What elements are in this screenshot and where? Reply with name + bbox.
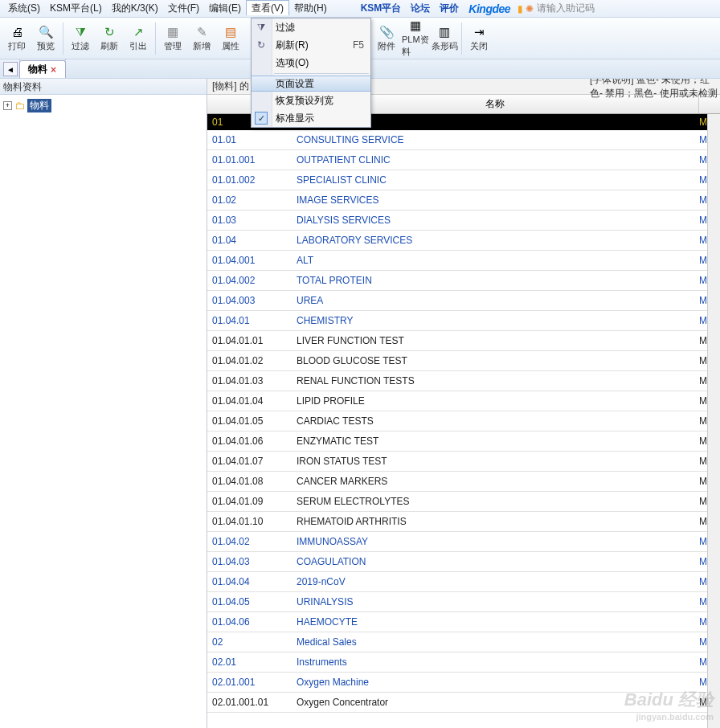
table-row[interactable]: 01.04.01.03RENAL FUNCTION TESTSMec [207,371,720,391]
table-row[interactable]: 02.01InstrumentsMec [207,652,720,673]
attachment-button[interactable]: 📎附件 [373,20,400,57]
table-row[interactable]: 01.04.01.10RHEMATOID ARTHRITISMec [207,512,720,532]
filter-button[interactable]: ⧩过滤 [67,20,94,57]
properties-button[interactable]: ▤属性 [217,20,244,57]
preview-button-icon: 🔍 [39,25,53,39]
manage-button[interactable]: ▦管理 [159,20,186,57]
tree-root[interactable]: + 🗀 物料 [3,98,203,112]
vertical-scrollbar[interactable] [707,114,720,728]
sidebar-title: 物料资料 [0,79,207,95]
table-row[interactable]: 01.01CONSULTING SERVICEMec [207,130,720,150]
link-review[interactable]: 评价 [435,2,464,15]
main-grid: [物料] 的 [字体说明] 蓝色- 未使用；红色- 禁用；黑色- 使用或未检测 … [207,79,720,728]
table-row[interactable]: 01.04.001ALTMec [207,251,720,271]
menu-item-2[interactable]: 选项(O) [252,54,370,72]
star-icon: ✺ [526,3,534,14]
add-button[interactable]: ✎新增 [188,20,215,57]
table-row[interactable]: 01.04.01.08CANCER MARKERSMec [207,472,720,492]
search-placeholder[interactable]: 请输入助记码 [534,2,598,15]
table-row[interactable]: 01.04.01.05CARDIAC TESTSMec [207,411,720,431]
table-row[interactable]: 01.04.03COAGULATIONMec [207,552,720,572]
view-menu-dropdown: ⧩过滤↻刷新(R)F5选项(O)页面设置恢复预设列宽✓标准显示 [251,18,371,128]
table-row[interactable]: 01.02IMAGE SERVICESMec [207,190,720,211]
menubar: 系统(S)KSM平台(L)我的K/3(K)文件(F)编辑(E)查看(V)帮助(H… [0,0,720,18]
close-button[interactable]: ⇥关闭 [465,20,493,57]
export-button[interactable]: ↗引出 [125,20,152,57]
table-row[interactable]: 01.04.01.04LIPID PROFILEMec [207,391,720,411]
preview-button[interactable]: 🔍预览 [32,20,59,57]
sidebar: 物料资料 + 🗀 物料 [0,79,207,728]
properties-button-icon: ▤ [223,25,238,39]
kingdee-logo: Kingdee [464,2,515,15]
menu-2[interactable]: 我的K/3(K) [107,1,163,15]
close-button-icon: ⇥ [472,25,486,39]
table-row[interactable]: 01.04.01CHEMISTRYMec [207,311,720,331]
menu-item-4[interactable]: 页面设置 [252,76,370,92]
menu-item-0[interactable]: ⧩过滤 [252,18,370,36]
menu-0[interactable]: 系统(S) [3,1,45,15]
table-row[interactable]: 02.01.001.01Oxygen ConcentratorMec [207,693,720,713]
table-row[interactable]: 01.04.01.09SERUM ELECTROLYTESMec [207,492,720,512]
tab-1[interactable]: 物料× [19,60,66,78]
menu-3[interactable]: 文件(F) [163,1,204,15]
export-button-icon: ↗ [131,25,145,39]
table-row[interactable]: 01.04.01.01LIVER FUNCTION TESTMec [207,331,720,351]
menu-item-icon: ↻ [255,39,268,51]
table-row[interactable]: 01.04.042019-nCoVMec [207,572,720,592]
table-row[interactable]: 01.04.06HAEMOCYTEMec [207,612,720,632]
table-row[interactable]: 01.04.05URINALYSISMec [207,592,720,612]
phone-icon: ▮ [515,3,526,14]
table-row[interactable]: 01.04.01.02BLOOD GLUCOSE TESTMec [207,351,720,371]
tab-nav-prev[interactable]: ◄ [3,62,18,76]
menu-5[interactable]: 查看(V) [246,0,289,15]
table-row[interactable]: 01.04.02IMMUNOASSAYMec [207,532,720,552]
table-row[interactable]: 02.01.001Oxygen MachineMec [207,673,720,693]
folder-icon: 🗀 [14,100,25,112]
table-row[interactable]: 01.04.01.07IRON STATUS TESTMec [207,452,720,472]
add-button-icon: ✎ [194,25,209,39]
menu-item-1[interactable]: ↻刷新(R)F5 [252,36,370,54]
menu-item-5[interactable]: 恢复预设列宽 [252,92,370,109]
expand-icon[interactable]: + [3,101,12,110]
refresh-button[interactable]: ↻刷新 [96,20,123,57]
menu-item-6[interactable]: ✓标准显示 [252,109,370,127]
table-row[interactable]: 01.04.01.06ENZYMATIC TESTMec [207,431,720,452]
menu-6[interactable]: 帮助(H) [289,1,332,15]
filter-button-icon: ⧩ [73,25,88,39]
table-row[interactable]: 01.04LABORATORY SERVICESMec [207,231,720,251]
plm-button-icon: ▦ [408,18,423,33]
link-forum[interactable]: 论坛 [406,2,435,15]
tree-root-label: 物料 [27,99,51,112]
barcode-button-icon: ▥ [437,25,452,39]
barcode-button[interactable]: ▥条形码 [431,20,458,57]
table-row[interactable]: 01.03DIALYSIS SERVICESMec [207,211,720,231]
menu-item-icon: ⧩ [255,22,268,33]
tab-close-icon[interactable]: × [51,64,56,76]
menu-1[interactable]: KSM平台(L) [45,1,107,15]
table-row[interactable]: 01.04.002TOTAL PROTEINMec [207,271,720,291]
refresh-button-icon: ↻ [102,25,117,39]
print-button-icon: 🖨 [10,25,24,39]
menu-4[interactable]: 编辑(E) [204,1,246,15]
link-ksm[interactable]: KSM平台 [356,2,407,15]
attachment-button-icon: 📎 [379,25,394,39]
table-row[interactable]: 01.01.002SPECIALIST CLINICMec [207,170,720,190]
print-button[interactable]: 🖨打印 [3,20,31,57]
check-icon: ✓ [255,112,268,125]
table-row[interactable]: 02Medical SalesMec [207,632,720,652]
table-row[interactable]: 01.04.003UREAMec [207,291,720,311]
manage-button-icon: ▦ [166,25,180,39]
table-row[interactable]: 01.01.001OUTPATIENT CLINICMec [207,150,720,170]
plm-button[interactable]: ▦PLM资料 [402,20,429,57]
